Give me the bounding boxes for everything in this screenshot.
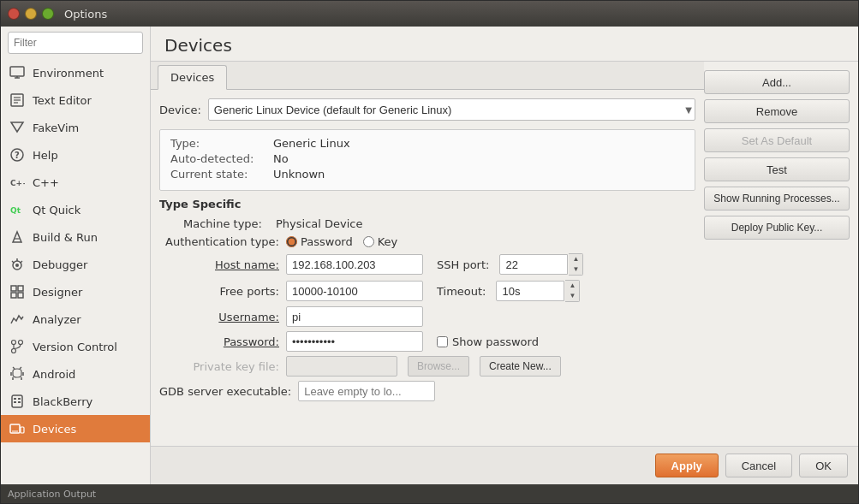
private-key-label: Private key file:: [159, 360, 279, 373]
sidebar-item-qt-quick[interactable]: Qt Qt Quick: [1, 196, 150, 223]
hostname-row: Host name: SSH port: ▲ ▼: [159, 253, 695, 276]
sidebar-item-environment[interactable]: Environment: [1, 59, 150, 86]
sidebar-item-version-control[interactable]: Version Control: [1, 333, 150, 360]
machine-type-row: Machine type: Physical Device: [159, 217, 695, 230]
ssh-port-up[interactable]: ▲: [569, 254, 582, 264]
device-select[interactable]: Generic Linux Device (default for Generi…: [208, 98, 695, 121]
show-password-checkbox[interactable]: [437, 336, 448, 347]
sidebar-label-debugger: Debugger: [33, 258, 87, 271]
timeout-up[interactable]: ▲: [565, 281, 579, 291]
sidebar-label-cpp: C++: [33, 176, 59, 189]
radio-password-input[interactable]: [286, 236, 297, 247]
sidebar-item-android[interactable]: Android: [1, 360, 150, 388]
gdb-server-input[interactable]: [298, 381, 435, 401]
window-title: Options: [64, 8, 107, 21]
timeout-down[interactable]: ▼: [565, 291, 579, 301]
sidebar-label-qt-quick: Qt Quick: [33, 204, 81, 216]
svg-rect-22: [18, 293, 23, 298]
ok-button[interactable]: OK: [799, 454, 848, 477]
radio-password[interactable]: Password: [286, 235, 353, 248]
ssh-port-input[interactable]: [499, 254, 568, 275]
add-button[interactable]: Add...: [704, 70, 850, 94]
panel-body: Devices Device: Generic Linux Device (de…: [151, 62, 858, 446]
show-running-button[interactable]: Show Running Processes...: [704, 187, 850, 210]
tab-content: Device: Generic Linux Device (default fo…: [151, 90, 704, 446]
show-password-row: Show password: [437, 335, 539, 348]
auth-row: Authentication type: Password: [159, 235, 695, 248]
radio-key-label: Key: [378, 235, 398, 248]
sidebar-item-designer[interactable]: Designer: [1, 278, 150, 305]
timeout-input[interactable]: [496, 281, 564, 301]
android-icon: [8, 365, 27, 383]
sidebar-item-blackberry[interactable]: BlackBerry: [1, 388, 150, 415]
bb-icon: [8, 392, 27, 411]
sidebar-label-android: Android: [33, 368, 75, 381]
sidebar-item-fakevim[interactable]: FakeVim: [1, 114, 150, 141]
sidebar-label-fakevim: FakeVim: [33, 122, 79, 134]
close-button[interactable]: [8, 8, 20, 20]
remove-button[interactable]: Remove: [704, 99, 850, 123]
username-label: Username:: [159, 311, 279, 323]
svg-rect-21: [11, 293, 16, 298]
host-name-input[interactable]: [286, 254, 423, 275]
tab-devices[interactable]: Devices: [158, 65, 227, 90]
sidebar-label-environment: Environment: [33, 67, 104, 80]
minimize-button[interactable]: [25, 8, 37, 20]
sidebar-label-designer: Designer: [33, 286, 82, 299]
sidebar-label-devices: Devices: [33, 423, 76, 436]
timeout-spinner-btns: ▲ ▼: [565, 280, 580, 302]
right-panel: Devices Devices Device:: [151, 27, 858, 484]
current-state-value: Unknown: [273, 168, 325, 181]
apply-button[interactable]: Apply: [655, 454, 719, 477]
sidebar-item-text-editor[interactable]: Text Editor: [1, 86, 150, 114]
sidebar-label-build-run: Build & Run: [33, 231, 98, 244]
device-label: Device:: [159, 104, 201, 116]
filter-input[interactable]: [8, 32, 143, 54]
svg-rect-35: [18, 398, 21, 400]
radio-password-label: Password: [301, 235, 353, 248]
sidebar-label-version-control: Version Control: [33, 341, 117, 353]
set-default-button[interactable]: Set As Default: [704, 128, 850, 152]
svg-text:?: ?: [15, 151, 20, 160]
deploy-key-button[interactable]: Deploy Public Key...: [704, 216, 850, 240]
help-icon: ?: [8, 145, 27, 164]
statusbar-item: Application Output: [8, 489, 96, 500]
ssh-port-down[interactable]: ▼: [569, 264, 582, 275]
radio-key-input[interactable]: [363, 236, 374, 247]
sidebar-item-debugger[interactable]: Debugger: [1, 251, 150, 278]
ssh-port-label: SSH port:: [437, 258, 489, 271]
sidebar-item-build-run[interactable]: Build & Run: [1, 223, 150, 251]
titlebar: Options: [1, 1, 858, 27]
test-button[interactable]: Test: [704, 157, 850, 181]
cancel-button[interactable]: Cancel: [725, 454, 792, 477]
ssh-port-spinner-btns: ▲ ▼: [569, 253, 583, 276]
free-ports-input[interactable]: [286, 281, 423, 301]
gdb-server-label: GDB server executable:: [159, 385, 291, 398]
password-input[interactable]: [286, 331, 423, 352]
private-key-input[interactable]: [286, 356, 397, 377]
analyzer-icon: [8, 310, 27, 329]
radio-key[interactable]: Key: [363, 235, 398, 248]
username-input[interactable]: [286, 306, 423, 327]
create-new-button[interactable]: Create New...: [480, 356, 561, 377]
maximize-button[interactable]: [42, 8, 54, 20]
svg-point-24: [12, 349, 16, 353]
svg-line-28: [20, 367, 21, 369]
info-state-row: Current state: Unknown: [170, 168, 684, 181]
text-editor-icon: [8, 91, 27, 110]
sidebar-item-devices[interactable]: Devices: [1, 415, 150, 442]
sidebar-item-help[interactable]: ? Help: [1, 141, 150, 169]
svg-marker-12: [13, 232, 21, 242]
current-state-label: Current state:: [170, 168, 273, 181]
svg-point-23: [12, 341, 16, 345]
sidebar-label-blackberry: BlackBerry: [33, 395, 92, 408]
browse-button[interactable]: Browse...: [408, 356, 469, 377]
monitor-icon: [8, 63, 27, 82]
main-content: Environment Text Editor: [1, 27, 858, 484]
sidebar-label-text-editor: Text Editor: [33, 94, 92, 107]
sidebar-item-analyzer[interactable]: Analyzer: [1, 305, 150, 333]
bottom-bar: Apply Cancel OK: [151, 446, 858, 484]
sidebar-item-cpp[interactable]: C++ C++: [1, 169, 150, 196]
tabs-bar: Devices: [151, 62, 704, 90]
svg-rect-33: [12, 395, 22, 407]
